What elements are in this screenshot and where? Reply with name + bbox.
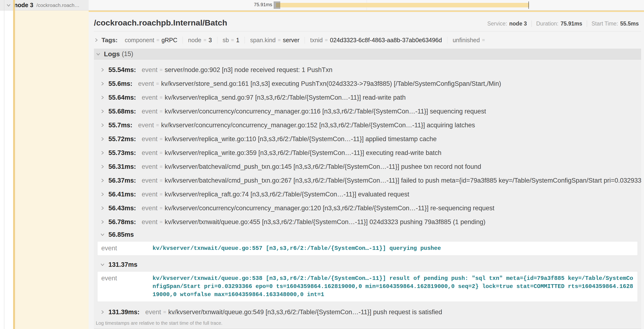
log-marker-ticks (274, 2, 280, 9)
span-collapse-toggle[interactable] (6, 3, 11, 8)
log-field-value: kv/kvserver/replica_raft.go:74 [n3,s3,r6… (165, 191, 409, 198)
log-group-header[interactable]: 56.85ms (94, 229, 641, 240)
log-field-key: event (146, 308, 161, 316)
span-detail-title: /cockroach.roachpb.Internal/Batch (94, 18, 227, 28)
tag-item: txnid = 024d3323-6c8f-4863-aa8b-37ab0e63… (304, 37, 447, 44)
span-overview-meta: Service: node 3 Duration: 75.91ms Start … (487, 20, 639, 27)
log-row[interactable]: 55.73ms: event = kv/kvserver/replica_wri… (94, 146, 641, 160)
chevron-down-icon (100, 262, 105, 267)
indent-guide-line (4, 0, 4, 329)
logs-header[interactable]: Logs (15) (94, 49, 641, 60)
log-field-key: event (138, 80, 154, 88)
tag-key: component (125, 37, 154, 44)
equals-sign: = (156, 81, 159, 86)
log-field-value: kv/kvserver/batcheval/cmd_push_txn.go:14… (165, 163, 481, 170)
equals-sign: = (160, 219, 162, 225)
log-field-key: event (142, 177, 158, 184)
log-row[interactable]: 56.31ms: event = kv/kvserver/batcheval/c… (94, 160, 641, 174)
log-timestamp: 55.64ms: (108, 94, 136, 101)
equals-sign: = (160, 108, 162, 114)
log-field-label: event (101, 244, 152, 252)
log-timestamp: 55.73ms: (108, 149, 136, 157)
log-field-value: kv/kvserver/store_send.go:161 [n3,s3] ex… (161, 80, 501, 88)
log-field-value: kv/kvserver/concurrency/concurrency_mana… (165, 204, 494, 212)
log-timestamp: 56.43ms: (108, 204, 136, 212)
logs-count: (15) (122, 50, 133, 58)
log-row[interactable]: 56.37ms: event = kv/kvserver/batcheval/c… (94, 174, 641, 188)
log-row[interactable]: 55.7ms: event = kv/kvserver/concurrency/… (94, 118, 641, 132)
log-row[interactable]: 55.6ms: event = kv/kvserver/store_send.g… (94, 77, 641, 90)
tag-value: 1 (236, 37, 240, 44)
log-row[interactable]: 55.68ms: event = kv/kvserver/concurrency… (94, 104, 641, 118)
log-marker-tick (278, 2, 279, 9)
span-detail-left-column (15, 10, 89, 329)
equals-sign: = (156, 122, 159, 128)
header-divider (94, 31, 641, 32)
tag-key: sb (222, 37, 229, 44)
log-marker-tick (528, 2, 529, 9)
span-detail-panel: /cockroach.roachpb.Internal/Batch Servic… (89, 10, 644, 329)
log-field-value-mono: kv/kvserver/txnwait/queue.go:538 [n3,s3,… (152, 274, 634, 299)
log-timestamp: 56.31ms: (108, 163, 136, 170)
tag-key: span.kind (250, 37, 276, 44)
span-duration-label: 75.91ms (241, 2, 272, 8)
equals-sign: = (156, 37, 159, 43)
tags-row[interactable]: Tags: component = gRPC node = 3 sb = 1 s… (94, 35, 641, 45)
log-timestamp: 131.39ms: (108, 308, 140, 316)
chevron-right-icon (100, 123, 105, 128)
tags-label: Tags: (102, 36, 118, 44)
duration-value: 75.91ms (560, 20, 582, 27)
log-group-header[interactable]: 131.37ms (94, 259, 641, 270)
tag-item: span.kind = server (244, 37, 304, 44)
start-time-value: 55.5ms (620, 20, 639, 27)
chevron-right-icon (100, 95, 105, 100)
log-field-key: event (142, 204, 158, 212)
tag-item: unfinished = (447, 37, 492, 44)
equals-sign: = (163, 309, 166, 315)
tag-item: sb = 1 (217, 37, 245, 44)
log-marker-tick (280, 2, 280, 9)
tag-item: component = gRPC (120, 37, 182, 44)
chevron-down-icon (6, 3, 11, 8)
log-row[interactable]: 55.54ms: event = server/node.go:902 [n3]… (94, 63, 641, 77)
equals-sign: = (325, 37, 328, 43)
chevron-down-icon (100, 232, 105, 237)
log-timestamp: 56.37ms: (108, 177, 136, 184)
log-detail-card: event kv/kvserver/txnwait/queue.go:557 [… (97, 241, 638, 256)
log-timestamp: 131.37ms (108, 261, 138, 268)
log-field-value: kv/kvserver/concurrency/concurrency_mana… (161, 122, 475, 129)
log-field-key: event (142, 108, 158, 115)
equals-sign: = (231, 37, 234, 43)
log-timestamp: 55.54ms: (108, 66, 136, 74)
log-field-value-mono: kv/kvserver/txnwait/queue.go:557 [n3,s3,… (152, 244, 634, 252)
log-field-value: kv/kvserver/batcheval/cmd_push_txn.go:26… (165, 177, 641, 184)
chevron-right-icon (100, 178, 105, 183)
span-detail-header: /cockroach.roachpb.Internal/Batch Servic… (89, 12, 644, 28)
equals-sign: = (160, 150, 162, 156)
chevron-right-icon (100, 220, 105, 224)
log-timestamp: 55.6ms: (108, 80, 132, 88)
chevron-right-icon (100, 164, 105, 169)
log-row[interactable]: 56.41ms: event = kv/kvserver/replica_raf… (94, 188, 641, 201)
span-row[interactable]: node 3 /cockroach.roach… 75.91ms (0, 0, 644, 10)
log-row[interactable]: 56.43ms: event = kv/kvserver/concurrency… (94, 201, 641, 215)
span-duration-bar[interactable] (276, 3, 529, 8)
log-row[interactable]: 55.72ms: event = kv/kvserver/replica_wri… (94, 132, 641, 146)
log-row[interactable]: 131.39ms: event = kv/kvserver/txnwait/qu… (94, 305, 641, 319)
logs-footer-note: Log timestamps are relative to the start… (94, 319, 641, 329)
tag-key: unfinished (452, 37, 480, 44)
log-field-value: server/node.go:902 [n3] node received re… (165, 66, 332, 74)
start-time-label: Start Time: (592, 20, 618, 27)
log-field-key: event (142, 218, 158, 226)
log-row[interactable]: 56.78ms: event = kv/kvserver/txnwait/que… (94, 215, 641, 229)
chevron-right-icon (100, 109, 105, 114)
meta-separator (587, 20, 587, 27)
tag-key: node (188, 37, 202, 44)
log-timestamp: 56.85ms (108, 231, 134, 238)
tag-list: component = gRPC node = 3 sb = 1 span.ki… (120, 37, 492, 44)
log-row[interactable]: 55.64ms: event = kv/kvserver/replica_sen… (94, 90, 641, 104)
span-timeline[interactable]: 75.91ms (89, 0, 644, 10)
log-marker-tick (274, 2, 274, 9)
log-field-key: event (142, 94, 158, 101)
log-field-value: kv/kvserver/txnwait/queue.go:549 [n3,s3,… (168, 308, 442, 316)
